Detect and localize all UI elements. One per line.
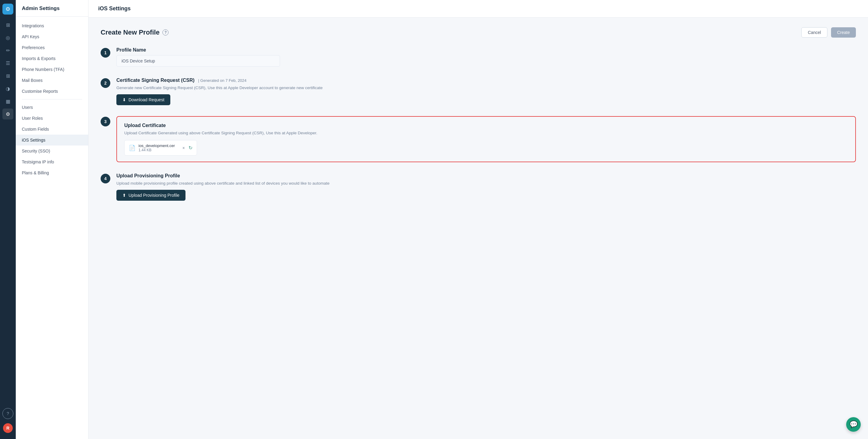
file-loading-spinner: ↻ — [188, 145, 192, 151]
file-remove-button[interactable]: × — [182, 145, 185, 151]
sidebar-item-phone-numbers[interactable]: Phone Numbers (TFA) — [16, 64, 88, 75]
file-name: ios_development.cer — [138, 143, 179, 148]
header-actions: Cancel Create — [801, 27, 856, 37]
sidebar-divider — [22, 99, 82, 99]
create-profile-header: Create New Profile ? Cancel Create — [101, 27, 856, 37]
step-4-content: Upload Provisioning Profile Upload mobil… — [116, 173, 856, 201]
nav-icon-grid[interactable]: ⊞ — [2, 20, 13, 30]
cancel-button[interactable]: Cancel — [801, 27, 827, 37]
step-1-content: Profile Name — [116, 47, 856, 67]
nav-icon-analytics[interactable]: ◑ — [2, 83, 13, 94]
step-4-title: Upload Provisioning Profile — [116, 173, 856, 179]
step-1-number: 1 — [101, 48, 110, 58]
sidebar-item-preferences[interactable]: Preferences — [16, 42, 88, 53]
step-1-title: Profile Name — [116, 47, 856, 53]
step-2-description: Generate new Certificate Signing Request… — [116, 86, 856, 90]
app-logo[interactable]: ⚙ — [2, 4, 13, 14]
user-avatar[interactable]: R — [3, 423, 13, 433]
nav-icon-reports[interactable]: ▦ — [2, 96, 13, 107]
nav-icon-settings[interactable]: ⚙ — [2, 109, 13, 119]
csr-title-row: Certificate Signing Request (CSR) | Gene… — [116, 78, 856, 83]
step-2-number: 2 — [101, 78, 110, 88]
file-info: ios_development.cer 1.44 KB — [138, 143, 179, 152]
step-4: 4 Upload Provisioning Profile Upload mob… — [101, 173, 856, 201]
upload-button-label: Upload Provisioning Profile — [128, 193, 179, 198]
step-4-description: Upload mobile provisioning profile creat… — [116, 181, 856, 185]
download-icon: ⬇ — [122, 97, 126, 102]
chat-button[interactable]: 💬 — [846, 417, 861, 432]
sidebar-item-plans-billing[interactable]: Plans & Billing — [16, 167, 88, 178]
step-3: 3 Upload Certificate Upload Certificate … — [101, 116, 856, 162]
page-title: iOS Settings — [89, 0, 868, 18]
sidebar-item-custom-fields[interactable]: Custom Fields — [16, 124, 88, 135]
sidebar-nav: Integrations API Keys Preferences Import… — [16, 17, 88, 439]
sidebar: Admin Settings Integrations API Keys Pre… — [16, 0, 89, 439]
upload-provisioning-button[interactable]: ⬆ Upload Provisioning Profile — [116, 190, 185, 201]
profile-name-input[interactable] — [116, 55, 280, 67]
create-button[interactable]: Create — [831, 27, 856, 37]
nav-icon-help[interactable]: ? — [2, 408, 13, 419]
sidebar-item-testsigma-ip[interactable]: Testsigma IP info — [16, 156, 88, 167]
upload-cert-description: Upload Certificate Generated using above… — [124, 131, 848, 135]
icon-bar: ⚙ ⊞ ◎ ✏ ☰ ⊞ ◑ ▦ ⚙ ? R — [0, 0, 16, 439]
sidebar-item-users[interactable]: Users — [16, 102, 88, 113]
csr-generated-label: | Generated on 7 Feb, 2024 — [198, 78, 247, 83]
create-profile-label: Create New Profile — [101, 29, 159, 36]
upload-cert-title: Upload Certificate — [124, 123, 848, 128]
file-chip: 📄 ios_development.cer 1.44 KB × ↻ — [124, 140, 197, 155]
step-4-number: 4 — [101, 174, 110, 183]
file-size: 1.44 KB — [138, 148, 179, 152]
create-profile-title: Create New Profile ? — [101, 29, 168, 36]
nav-icon-edit[interactable]: ✏ — [2, 45, 13, 56]
nav-icon-apps[interactable]: ⊞ — [2, 70, 13, 81]
download-request-button[interactable]: ⬇ Download Request — [116, 94, 170, 105]
step-2-content: Certificate Signing Request (CSR) | Gene… — [116, 78, 856, 105]
content-area: Create New Profile ? Cancel Create 1 Pro… — [89, 18, 868, 439]
step-1: 1 Profile Name — [101, 47, 856, 67]
download-button-label: Download Request — [128, 97, 164, 102]
file-icon: 📄 — [129, 145, 135, 151]
sidebar-item-imports-exports[interactable]: Imports & Exports — [16, 53, 88, 64]
step-3-content: Upload Certificate Upload Certificate Ge… — [116, 116, 856, 162]
upload-icon: ⬆ — [122, 193, 126, 198]
sidebar-item-mail-boxes[interactable]: Mail Boxes — [16, 75, 88, 86]
sidebar-item-api-keys[interactable]: API Keys — [16, 31, 88, 42]
main-content: iOS Settings Create New Profile ? Cancel… — [89, 0, 868, 439]
sidebar-item-integrations[interactable]: Integrations — [16, 20, 88, 31]
sidebar-item-security-sso[interactable]: Security (SSO) — [16, 146, 88, 156]
help-icon[interactable]: ? — [162, 29, 168, 35]
nav-icon-dashboard[interactable]: ◎ — [2, 32, 13, 43]
upload-certificate-box: Upload Certificate Upload Certificate Ge… — [116, 116, 856, 162]
step-3-number: 3 — [101, 117, 110, 126]
step-2: 2 Certificate Signing Request (CSR) | Ge… — [101, 78, 856, 105]
sidebar-item-ios-settings[interactable]: iOS Settings — [16, 135, 88, 146]
nav-icon-inbox[interactable]: ☰ — [2, 58, 13, 68]
step-2-title: Certificate Signing Request (CSR) — [116, 78, 194, 83]
sidebar-title: Admin Settings — [16, 0, 88, 17]
sidebar-item-customise-reports[interactable]: Customise Reports — [16, 86, 88, 97]
sidebar-item-user-roles[interactable]: User Roles — [16, 113, 88, 124]
